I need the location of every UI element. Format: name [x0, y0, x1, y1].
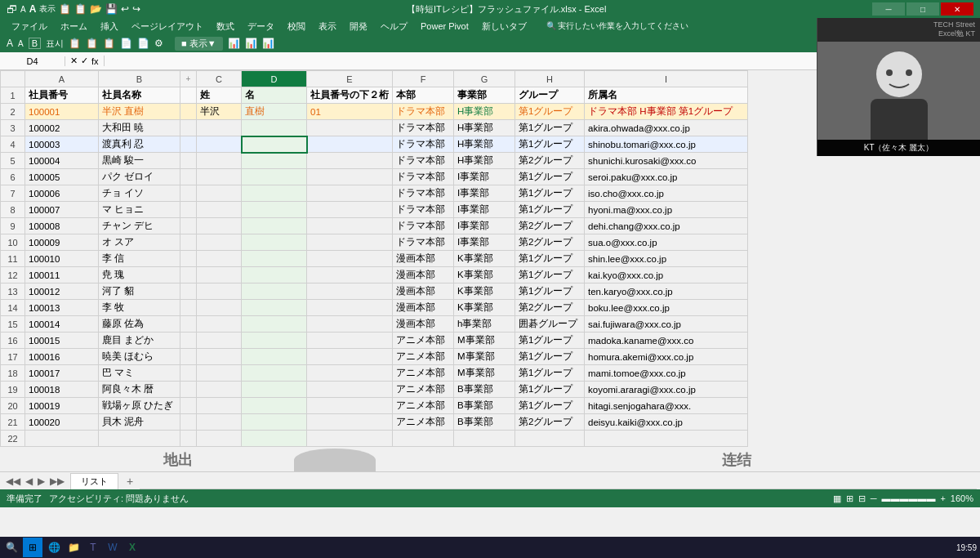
col-header-d[interactable]: D [242, 71, 307, 87]
cell-a17[interactable]: 100016 [25, 349, 99, 365]
cell-e2[interactable]: 01 [307, 104, 393, 120]
cell-i16[interactable]: madoka.kaname@xxx.co [585, 333, 748, 349]
cell-f9[interactable]: ドラマ本部 [393, 218, 454, 234]
cell-h17[interactable]: 第1グループ [515, 349, 585, 365]
cell-g15[interactable]: h事業部 [454, 316, 515, 333]
col-header-f[interactable]: F [393, 71, 454, 87]
cell-h3[interactable]: 第1グループ [515, 120, 585, 136]
cell-e19[interactable] [307, 382, 393, 398]
cell-i20[interactable]: hitagi.senjogahara@xxx. [585, 398, 748, 414]
cell-c11[interactable] [197, 251, 242, 267]
cell-d8[interactable] [242, 202, 307, 218]
cell-e14[interactable] [307, 300, 393, 316]
cell-g1[interactable]: 事業部 [454, 87, 515, 104]
cell-e17[interactable] [307, 349, 393, 365]
cell-e13[interactable] [307, 283, 393, 300]
cell-f10[interactable]: ドラマ本部 [393, 234, 454, 251]
cell-b21[interactable]: 貝木 泥舟 [99, 414, 180, 431]
cell-f2[interactable]: ドラマ本部 [393, 104, 454, 120]
cell-d12[interactable] [242, 267, 307, 283]
cell-e1[interactable]: 社員番号の下２桁 [307, 87, 393, 104]
zoom-minus-btn[interactable]: ─ [871, 493, 877, 503]
col-header-g[interactable]: G [454, 71, 515, 87]
cell-d9[interactable] [242, 218, 307, 234]
cell-g3[interactable]: H事業部 [454, 120, 515, 136]
cell-a2[interactable]: 100001 [25, 104, 99, 120]
col-header-e[interactable]: E [307, 71, 393, 87]
cell-i22[interactable] [585, 431, 748, 447]
cell-e6[interactable] [307, 169, 393, 185]
cell-c8[interactable] [197, 202, 242, 218]
taskbar-edge-icon[interactable]: 🌐 [46, 539, 62, 556]
cell-c4[interactable] [197, 136, 242, 153]
cell-g18[interactable]: M事業部 [454, 365, 515, 382]
cell-b5[interactable]: 黒崎 駿一 [99, 153, 180, 169]
taskbar-start-btn[interactable]: ⊞ [23, 538, 42, 557]
cell-h18[interactable]: 第1グループ [515, 365, 585, 382]
cell-a14[interactable]: 100013 [25, 300, 99, 316]
cell-b7[interactable]: チョ イソ [99, 185, 180, 202]
cell-g8[interactable]: I事業部 [454, 202, 515, 218]
cell-h16[interactable]: 第1グループ [515, 333, 585, 349]
menu-home[interactable]: ホーム [56, 19, 92, 34]
cell-h21[interactable]: 第2グループ [515, 414, 585, 431]
cell-e22[interactable] [307, 431, 393, 447]
cell-e11[interactable] [307, 251, 393, 267]
insert-function-icon[interactable]: fx [91, 56, 99, 66]
cell-h13[interactable]: 第1グループ [515, 283, 585, 300]
cell-e5[interactable] [307, 153, 393, 169]
cell-c3[interactable] [197, 120, 242, 136]
sheet-nav-buttons[interactable]: ◀◀ ◀ ▶ ▶▶ [3, 475, 67, 487]
cell-b11[interactable]: 李 信 [99, 251, 180, 267]
zoom-plus-btn[interactable]: + [940, 493, 945, 503]
cell-b20[interactable]: 戦場ヶ原 ひたぎ [99, 398, 180, 414]
cell-c21[interactable] [197, 414, 242, 431]
sheet-tab-list[interactable]: リスト [70, 473, 118, 489]
cell-a11[interactable]: 100010 [25, 251, 99, 267]
cell-c6[interactable] [197, 169, 242, 185]
cell-b3[interactable]: 大和田 暁 [99, 120, 180, 136]
cell-f22[interactable] [393, 431, 454, 447]
cell-c17[interactable] [197, 349, 242, 365]
cell-b9[interactable]: チャン デヒ [99, 218, 180, 234]
cell-h4[interactable]: 第1グループ [515, 136, 585, 153]
cell-d15[interactable] [242, 316, 307, 333]
menu-pagelayout[interactable]: ページレイアウト [127, 19, 208, 34]
cell-h20[interactable]: 第1グループ [515, 398, 585, 414]
cell-c19[interactable] [197, 382, 242, 398]
menu-dev[interactable]: 開発 [345, 19, 372, 34]
cell-e9[interactable] [307, 218, 393, 234]
cell-f11[interactable]: 漫画本部 [393, 251, 454, 267]
cell-g19[interactable]: B事業部 [454, 382, 515, 398]
close-btn[interactable]: ✕ [941, 2, 973, 16]
cell-f7[interactable]: ドラマ本部 [393, 185, 454, 202]
format-dropdown[interactable]: ■ 表示▼ [175, 37, 223, 51]
cell-d4[interactable] [242, 136, 307, 153]
cell-h6[interactable]: 第1グループ [515, 169, 585, 185]
taskbar-search-icon[interactable]: 🔍 [3, 539, 20, 556]
cell-g4[interactable]: H事業部 [454, 136, 515, 153]
cell-h19[interactable]: 第1グループ [515, 382, 585, 398]
cell-g2[interactable]: H事業部 [454, 104, 515, 120]
cell-a21[interactable]: 100020 [25, 414, 99, 431]
cell-g6[interactable]: I事業部 [454, 169, 515, 185]
cell-d10[interactable] [242, 234, 307, 251]
cell-i21[interactable]: deisyu.kaiki@xxx.co.jp [585, 414, 748, 431]
cell-i13[interactable]: ten.karyo@xxx.co.jp [585, 283, 748, 300]
cell-b14[interactable]: 李 牧 [99, 300, 180, 316]
cell-e3[interactable] [307, 120, 393, 136]
cell-c12[interactable] [197, 267, 242, 283]
cell-i7[interactable]: iso.cho@xxx.co.jp [585, 185, 748, 202]
cell-a16[interactable]: 100015 [25, 333, 99, 349]
cell-h14[interactable]: 第2グループ [515, 300, 585, 316]
cell-h7[interactable]: 第1グループ [515, 185, 585, 202]
add-col-btn[interactable]: + [180, 71, 197, 87]
minimize-btn[interactable]: ─ [872, 2, 905, 16]
cell-b4[interactable]: 渡真利 忍 [99, 136, 180, 153]
cell-b22[interactable] [99, 431, 180, 447]
cell-b13[interactable]: 河了 貂 [99, 283, 180, 300]
cell-b1[interactable]: 社員名称 [99, 87, 180, 104]
col-header-i[interactable]: I [585, 71, 748, 87]
cell-reference[interactable]: D4 [0, 56, 65, 66]
cell-d5[interactable] [242, 153, 307, 169]
